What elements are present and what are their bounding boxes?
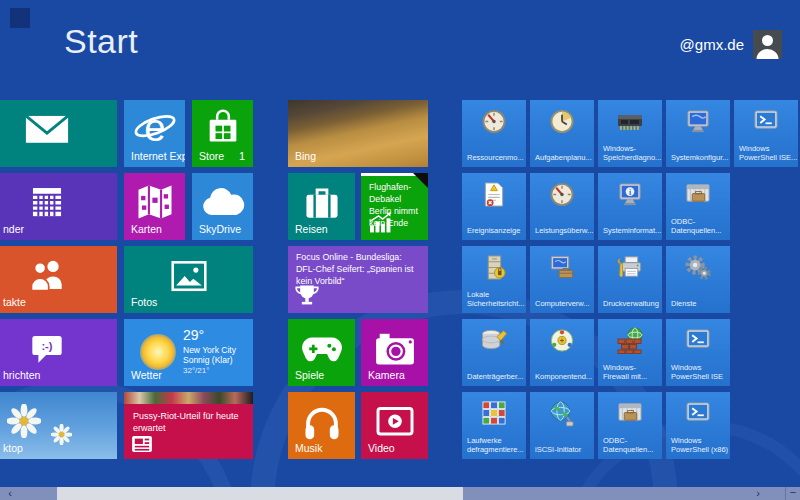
scroll-left-button[interactable]: ‹ (2, 487, 18, 500)
tile-label: Musik (295, 442, 322, 454)
odbc-icon (617, 400, 644, 425)
tile-label: SkyDrive (199, 223, 241, 235)
store-icon (203, 109, 243, 149)
component-services-icon (549, 327, 576, 354)
tile-computerverwaltung[interactable]: Computerverw... (530, 246, 594, 313)
printer-icon (617, 254, 644, 280)
semantic-zoom-button[interactable]: − (785, 487, 800, 500)
security-policy-icon (482, 254, 507, 281)
tile-lokale-sicherheitsrichtlinie[interactable]: Lokale Sicherheitsricht... (462, 246, 526, 313)
firewall-icon (616, 327, 644, 354)
tile-video[interactable]: Video (361, 392, 428, 459)
tile-kalender[interactable]: nder (0, 173, 117, 240)
tile-bing[interactable]: Bing (288, 100, 428, 167)
tile-group-middle: BingReisenFlughafen-Debakel Berlin nimmt… (288, 100, 428, 459)
tile-nachrichten[interactable]: :-)hrichten (0, 319, 117, 386)
weather-city: New York City (183, 345, 236, 356)
tile-kamera[interactable]: Kamera (361, 319, 428, 386)
tile-label: Ressourcenmo... (467, 153, 524, 163)
tile-odbc-datenquellen-1[interactable]: ODBC- Datenquellen... (666, 173, 730, 240)
tile-label: Ereignisanzeige (467, 226, 520, 236)
tile-iscsi-initiator[interactable]: iSCSI-Initiator (530, 392, 594, 459)
headphones-icon (301, 401, 343, 441)
tile-label: Komponentend... (535, 372, 592, 382)
tile-skydrive[interactable]: SkyDrive (192, 173, 253, 240)
tile-label: ODBC- Datenquellen... (603, 436, 653, 456)
tile-komponentendienste[interactable]: Komponentend... (530, 319, 594, 386)
horizontal-scrollbar[interactable]: ‹ › − (0, 487, 800, 500)
tile-store[interactable]: Store1 (192, 100, 253, 167)
tile-label: Kamera (368, 369, 405, 381)
tile-kontakte[interactable]: takte (0, 246, 117, 313)
tile-ereignisanzeige[interactable]: Ereignisanzeige (462, 173, 526, 240)
monitor-info-icon: i (617, 181, 644, 208)
tile-powershell-ise-top[interactable]: Windows PowerShell ISE... (734, 100, 798, 167)
tile-group-left: eInternet ExplorerStore1nderKartenSkyDri… (0, 100, 253, 459)
tile-badge: 1 (239, 150, 245, 162)
tile-powershell-x86[interactable]: Windows PowerShell (x86) (666, 392, 730, 459)
tile-dienste[interactable]: Dienste (666, 246, 730, 313)
tile-label: Video (368, 442, 395, 454)
tile-label: Systemkonfigur... (671, 153, 729, 163)
tile-powershell-ise[interactable]: Windows PowerShell ISE (666, 319, 730, 386)
mail-icon (24, 113, 70, 146)
tile-wetter[interactable]: 29°New York CitySonnig (Klar)32°/21°Wett… (124, 319, 253, 386)
tile-spiele[interactable]: Spiele (288, 319, 355, 386)
tile-label: Datenträgerber... (467, 372, 523, 382)
tile-label: Windows PowerShell ISE (671, 363, 723, 383)
tile-datentraegerbereinigung[interactable]: Datenträgerber... (462, 319, 526, 386)
tile-internet-explorer[interactable]: eInternet Explorer (124, 100, 185, 167)
tile-label: Store (199, 150, 224, 162)
tile-label: Leistungsüberw... (535, 226, 593, 236)
tile-reisen[interactable]: Reisen (288, 173, 355, 240)
people-icon (26, 257, 68, 295)
tile-druckverwaltung[interactable]: Druckverwaltung (598, 246, 662, 313)
memory-chip-icon (616, 108, 644, 134)
scroll-right-button[interactable]: › (750, 487, 766, 500)
gauge-icon (481, 108, 508, 135)
tile-label: Computerverw... (535, 299, 590, 309)
tile-karten[interactable]: Karten (124, 173, 185, 240)
tile-label: Druckverwaltung (603, 299, 659, 309)
powershell-icon (685, 400, 712, 425)
tile-sport[interactable]: Focus Online - Bundesliga: DFL-Chef Seif… (288, 246, 428, 313)
user-avatar-icon[interactable] (753, 30, 782, 59)
user-email: @gmx.de (680, 36, 744, 53)
tile-laufwerke-defragmentieren[interactable]: Laufwerke defragmentiere... (462, 392, 526, 459)
tile-headline: Focus Online - Bundesliga: DFL-Chef Seif… (288, 246, 428, 288)
tile-musik[interactable]: Musik (288, 392, 355, 459)
tile-label: hrichten (3, 369, 40, 381)
weather-condition: Sonnig (Klar) (183, 355, 236, 366)
news-icon (131, 435, 153, 453)
tile-news[interactable]: Pussy-Riot-Urteil für heute erwartet (124, 392, 253, 459)
tile-ressourcenmonitor[interactable]: Ressourcenmo... (462, 100, 526, 167)
tile-mail[interactable] (0, 100, 117, 167)
tile-systeminformationen[interactable]: iSysteminformat... (598, 173, 662, 240)
tile-label: takte (3, 296, 26, 308)
user-account[interactable]: @gmx.de (680, 30, 782, 59)
tile-label: Dienste (671, 299, 696, 309)
defrag-icon (481, 400, 507, 426)
powershell-icon (753, 108, 780, 133)
tile-odbc-datenquellen-2[interactable]: ODBC- Datenquellen... (598, 392, 662, 459)
start-screen: Start @gmx.de eInternet ExplorerStore1nd… (0, 0, 800, 500)
tile-speicherdiagnose[interactable]: Windows- Speicherdiagno... (598, 100, 662, 167)
tile-aufgabenplanung[interactable]: Aufgabenplanu... (530, 100, 594, 167)
globe-cable-icon (549, 400, 576, 427)
tile-windows-firewall[interactable]: Windows- Firewall mit... (598, 319, 662, 386)
video-icon (374, 405, 416, 439)
camera-icon (373, 331, 417, 367)
tile-label: Wetter (131, 369, 162, 381)
scroll-thumb[interactable] (57, 487, 463, 500)
tile-label: Spiele (295, 369, 324, 381)
clock-icon (549, 108, 576, 135)
tile-label: nder (3, 223, 24, 235)
tile-leistungsueberwachung[interactable]: Leistungsüberw... (530, 173, 594, 240)
tile-desktop[interactable]: ktop (0, 392, 117, 459)
monitor-icon (685, 108, 712, 135)
suitcase-icon (302, 185, 342, 221)
tile-fotos[interactable]: Fotos (124, 246, 253, 313)
tile-label: Bing (295, 150, 316, 162)
tile-systemkonfiguration[interactable]: Systemkonfigur... (666, 100, 730, 167)
tile-finanzen[interactable]: Flughafen-Debakel Berlin nimmt kein Ende (361, 173, 428, 240)
